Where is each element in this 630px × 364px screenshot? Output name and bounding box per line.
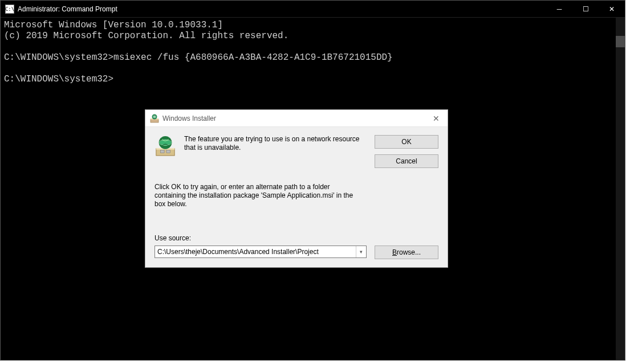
cmd-app-icon: C:\: [5, 5, 14, 14]
cmd-scrollbar-track[interactable]: [616, 18, 625, 360]
cmd-line: Microsoft Windows [Version 10.0.19033.1]: [4, 20, 223, 30]
svg-rect-3: [153, 116, 156, 118]
maximize-button[interactable]: ☐: [572, 1, 599, 18]
dialog-title: Windows Installer: [162, 114, 216, 122]
installer-app-icon: [150, 114, 159, 123]
cmd-scrollbar-thumb[interactable]: [616, 36, 625, 47]
svg-rect-8: [160, 150, 164, 153]
use-source-label: Use source:: [155, 234, 191, 242]
installer-globe-icon: [155, 135, 176, 157]
windows-installer-dialog: Windows Installer ✕ The feature you are …: [145, 109, 448, 268]
dialog-instructions: Click OK to try again, or enter an alter…: [155, 183, 360, 208]
cmd-line: C:\WINDOWS\system32>msiexec /fus {A68096…: [4, 52, 393, 63]
cmd-line: C:\WINDOWS\system32>: [4, 74, 113, 84]
close-button[interactable]: ✕: [599, 1, 625, 18]
ok-button[interactable]: OK: [375, 135, 438, 149]
cmd-window-title: Administrator: Command Prompt: [18, 5, 117, 13]
dialog-message: The feature you are trying to use is on …: [184, 135, 371, 152]
dialog-close-button[interactable]: ✕: [425, 110, 448, 127]
source-path-combobox[interactable]: C:\Users\theje\Documents\Advanced Instal…: [155, 246, 367, 258]
cmd-titlebar[interactable]: C:\ Administrator: Command Prompt ─ ☐ ✕: [1, 1, 625, 18]
minimize-button[interactable]: ─: [546, 1, 572, 18]
dialog-content: The feature you are trying to use is on …: [145, 127, 448, 267]
cmd-line: (c) 2019 Microsoft Corporation. All righ…: [4, 31, 288, 41]
dialog-titlebar[interactable]: Windows Installer ✕: [145, 110, 448, 127]
svg-rect-9: [166, 150, 170, 153]
chevron-down-icon[interactable]: ▾: [356, 246, 366, 257]
cancel-button[interactable]: Cancel: [375, 154, 438, 168]
source-path-value: C:\Users\theje\Documents\Advanced Instal…: [155, 248, 356, 256]
browse-button[interactable]: Browse...: [375, 246, 438, 259]
